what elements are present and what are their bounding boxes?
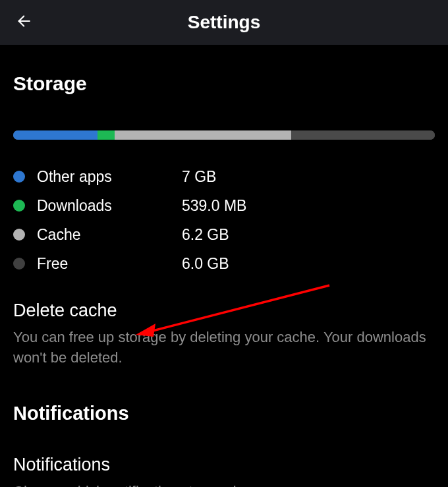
storage-bar-downloads <box>98 130 115 140</box>
dot-icon <box>13 229 25 241</box>
delete-cache-description: You can free up storage by deleting your… <box>13 328 435 368</box>
notifications-item-description: Choose which notifications to receive. <box>13 482 435 487</box>
page-title: Settings <box>0 12 448 33</box>
legend-value: 6.0 GB <box>182 255 229 273</box>
legend-value: 7 GB <box>182 168 216 186</box>
delete-cache-item[interactable]: Delete cache You can free up storage by … <box>13 301 435 368</box>
legend-label: Free <box>37 255 182 273</box>
storage-bar-other-apps <box>13 130 98 140</box>
legend-value: 6.2 GB <box>182 226 229 244</box>
back-button[interactable] <box>9 9 36 36</box>
legend-label: Cache <box>37 226 182 244</box>
storage-bar-cache <box>115 130 292 140</box>
dot-icon <box>13 258 25 270</box>
storage-bar <box>13 130 435 140</box>
legend-value: 539.0 MB <box>182 197 246 215</box>
storage-heading: Storage <box>13 72 435 95</box>
legend-downloads: Downloads 539.0 MB <box>13 191 435 220</box>
dot-icon <box>13 200 25 212</box>
legend-cache: Cache 6.2 GB <box>13 220 435 249</box>
header-bar: Settings <box>0 0 448 45</box>
main-content: Storage Other apps 7 GB Downloads 539.0 … <box>0 72 448 487</box>
legend-label: Other apps <box>37 168 182 186</box>
storage-bar-free <box>291 130 435 140</box>
notifications-item-title: Notifications <box>13 455 435 475</box>
back-arrow-icon <box>14 13 31 32</box>
notifications-heading: Notifications <box>13 403 435 424</box>
legend-other-apps: Other apps 7 GB <box>13 162 435 191</box>
legend-label: Downloads <box>37 197 182 215</box>
legend-free: Free 6.0 GB <box>13 249 435 278</box>
notifications-item[interactable]: Notifications Choose which notifications… <box>13 455 435 487</box>
dot-icon <box>13 171 25 183</box>
storage-legend: Other apps 7 GB Downloads 539.0 MB Cache… <box>13 162 435 278</box>
delete-cache-title: Delete cache <box>13 301 435 321</box>
